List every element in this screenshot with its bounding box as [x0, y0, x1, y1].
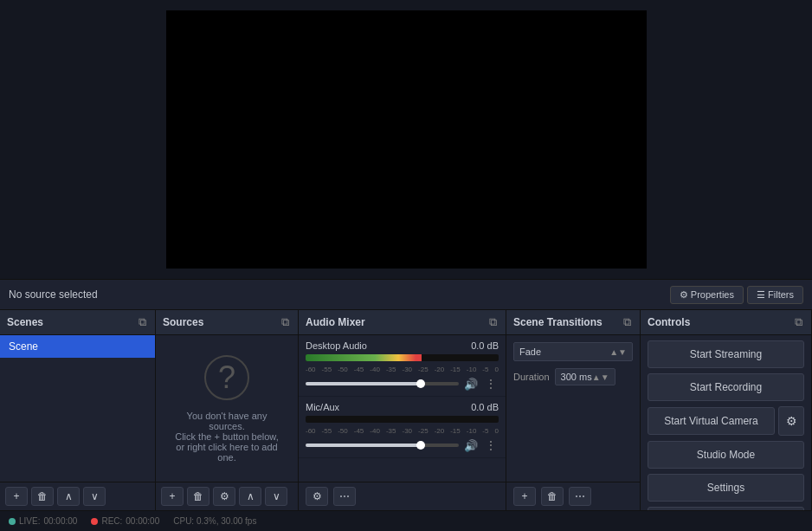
mic-aux-labels: -60-55-50-45-40-35-30-25-20-15-10-50 [306, 427, 499, 435]
desktop-audio-volume-fill [306, 382, 421, 385]
no-source-text: No source selected [9, 288, 98, 301]
audio-mixer-title: Audio Mixer [306, 316, 365, 328]
scenes-collapse-btn[interactable]: ⧉ [137, 315, 148, 329]
desktop-audio-volume-slider[interactable] [306, 382, 459, 385]
settings-button[interactable]: Settings [648, 474, 804, 502]
desktop-audio-name: Desktop Audio [306, 340, 367, 351]
sources-panel-title: Sources [163, 316, 203, 328]
desktop-audio-channel: Desktop Audio 0.0 dB -60-55-50-45-40-35-… [299, 335, 506, 397]
sources-panel-footer: + 🗑 ⚙ ∧ ∨ [156, 482, 298, 510]
live-dot [9, 518, 16, 525]
scenes-add-btn[interactable]: + [5, 487, 28, 506]
controls-title: Controls [648, 316, 690, 328]
transitions-footer: + 🗑 ⋯ [506, 482, 640, 510]
audio-mixer-footer: ⚙ ⋯ [299, 482, 506, 510]
controls-header: Controls ⧉ [641, 310, 811, 335]
filters-button[interactable]: ☰ Filters [747, 286, 803, 304]
source-status-bar: No source selected ⚙ Properties ☰ Filter… [0, 279, 812, 310]
scenes-panel: Scenes ⧉ Scene + 🗑 ∧ ∨ [0, 310, 156, 510]
duration-row: Duration 300 ms ▲▼ [513, 368, 633, 385]
mic-aux-meter [306, 416, 499, 423]
audio-menu-btn[interactable]: ⋯ [333, 487, 356, 506]
sources-remove-btn[interactable]: 🗑 [187, 487, 209, 506]
duration-label: Duration [513, 372, 550, 382]
cpu-status: CPU: 0.3%, 30.00 fps [173, 516, 256, 526]
cpu-label: CPU: 0.3%, 30.00 fps [173, 516, 256, 526]
status-bar: LIVE: 00:00:00 REC: 00:00:00 CPU: 0.3%, … [0, 510, 812, 531]
sources-settings-btn[interactable]: ⚙ [213, 487, 235, 506]
sources-panel: Sources ⧉ ? You don't have any sources.C… [156, 310, 299, 510]
scenes-up-btn[interactable]: ∧ [57, 487, 80, 506]
transition-select-value: Fade [519, 346, 541, 357]
controls-panel: Controls ⧉ Start Streaming Start Recordi… [641, 310, 812, 510]
preview-canvas [166, 10, 647, 269]
mic-aux-volume-thumb [416, 441, 425, 450]
sources-panel-header: Sources ⧉ [156, 310, 298, 335]
desktop-audio-mute-btn[interactable]: 🔊 [464, 378, 478, 391]
transition-select-chevron: ▲▼ [609, 347, 627, 357]
main-panels: Scenes ⧉ Scene + 🗑 ∧ ∨ Sources ⧉ ? You d… [0, 310, 812, 510]
live-time: 00:00:00 [43, 516, 77, 526]
sources-down-btn[interactable]: ∨ [265, 487, 287, 506]
transitions-add-btn[interactable]: + [513, 487, 536, 506]
desktop-audio-labels: -60-55-50-45-40-35-30-25-20-15-10-50 [306, 366, 499, 373]
mic-aux-menu-btn[interactable]: ⋮ [483, 438, 499, 452]
mic-aux-mute-btn[interactable]: 🔊 [464, 439, 478, 452]
mic-aux-name: Mic/Aux [306, 402, 339, 412]
scenes-remove-btn[interactable]: 🗑 [31, 487, 54, 506]
sources-empty-icon: ? [204, 355, 249, 400]
audio-mixer-header: Audio Mixer ⧉ [299, 310, 506, 335]
controls-content: Start Streaming Start Recording Start Vi… [641, 335, 811, 510]
duration-input[interactable]: 300 ms ▲▼ [555, 368, 615, 385]
scene-transitions-panel: Scene Transitions ⧉ Fade ▲▼ Duration 300… [506, 310, 641, 510]
audio-mixer-collapse-btn[interactable]: ⧉ [487, 315, 499, 329]
scenes-down-btn[interactable]: ∨ [83, 487, 106, 506]
sources-collapse-btn[interactable]: ⧉ [280, 315, 291, 329]
mic-aux-channel: Mic/Aux 0.0 dB -60-55-50-45-40-35-30-25-… [299, 397, 506, 458]
desktop-audio-header: Desktop Audio 0.0 dB [306, 340, 499, 351]
transitions-content: Fade ▲▼ Duration 300 ms ▲▼ [506, 335, 640, 416]
mic-aux-volume-fill [306, 444, 421, 447]
start-virtual-camera-button[interactable]: Start Virtual Camera [648, 407, 775, 435]
mic-aux-volume-slider[interactable] [306, 444, 459, 447]
properties-button[interactable]: ⚙ Properties [670, 286, 744, 304]
audio-configure-btn[interactable]: ⚙ [306, 487, 328, 506]
scene-transitions-collapse-btn[interactable]: ⧉ [622, 315, 633, 329]
controls-collapse-btn[interactable]: ⧉ [793, 315, 804, 329]
scenes-panel-title: Scenes [7, 316, 43, 328]
mic-aux-controls: 🔊 ⋮ [306, 438, 499, 452]
transition-select[interactable]: Fade ▲▼ [513, 342, 633, 361]
start-streaming-button[interactable]: Start Streaming [648, 340, 804, 368]
mic-aux-db: 0.0 dB [471, 402, 499, 412]
sources-empty-text: You don't have any sources.Click the + b… [173, 411, 280, 463]
preview-area [0, 0, 812, 279]
duration-value: 300 ms [561, 372, 592, 382]
scenes-panel-header: Scenes ⧉ [0, 310, 155, 335]
transitions-remove-btn[interactable]: 🗑 [541, 487, 564, 506]
sources-empty-area[interactable]: ? You don't have any sources.Click the +… [156, 335, 298, 482]
live-status: LIVE: 00:00:00 [9, 516, 77, 526]
desktop-audio-controls: 🔊 ⋮ [306, 377, 499, 391]
duration-chevron: ▲▼ [592, 372, 609, 382]
audio-mixer-panel: Audio Mixer ⧉ Desktop Audio 0.0 dB -60-5… [299, 310, 506, 510]
rec-time: 00:00:00 [126, 516, 159, 526]
rec-dot [91, 518, 98, 525]
sources-add-btn[interactable]: + [161, 487, 184, 506]
scenes-panel-footer: + 🗑 ∧ ∨ [0, 482, 155, 510]
live-label: LIVE: [19, 516, 40, 526]
start-recording-button[interactable]: Start Recording [648, 373, 804, 401]
virtual-camera-row: Start Virtual Camera ⚙ [648, 406, 804, 436]
rec-label: REC: [101, 516, 122, 526]
scene-item[interactable]: Scene [0, 335, 155, 358]
transitions-menu-btn[interactable]: ⋯ [569, 487, 591, 506]
scene-transitions-header: Scene Transitions ⧉ [506, 310, 640, 335]
desktop-audio-menu-btn[interactable]: ⋮ [483, 377, 499, 391]
scene-list: Scene [0, 335, 155, 482]
desktop-audio-db: 0.0 dB [471, 340, 499, 351]
studio-mode-button[interactable]: Studio Mode [648, 441, 804, 469]
rec-status: REC: 00:00:00 [91, 516, 159, 526]
virtual-camera-settings-btn[interactable]: ⚙ [778, 406, 804, 436]
desktop-audio-meter-fill [306, 354, 422, 361]
sources-up-btn[interactable]: ∧ [239, 487, 261, 506]
desktop-audio-meter [306, 354, 499, 361]
